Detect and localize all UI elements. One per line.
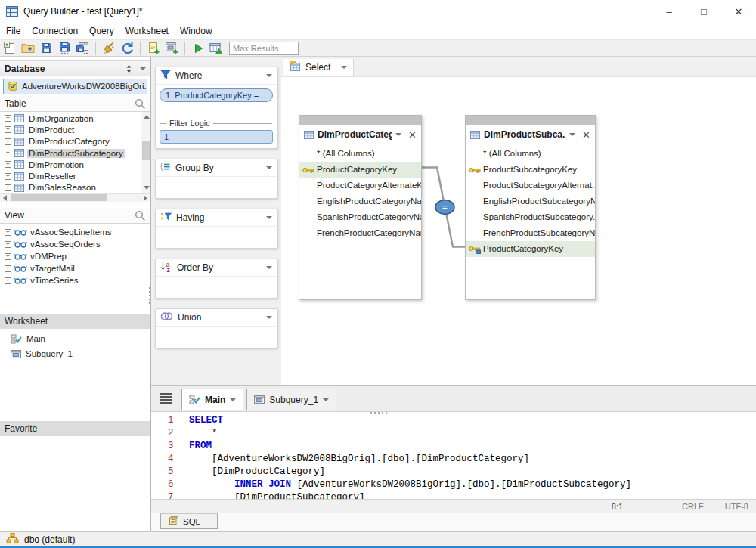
tab-main[interactable]: Main — [181, 389, 243, 410]
view-tree-item-vtargetmail[interactable]: +vTargetMail — [0, 262, 150, 274]
table-tree-item-dimsalesreason[interactable]: +DimSalesReason — [0, 182, 141, 193]
worksheet-item-main[interactable]: Main — [11, 331, 150, 346]
menu-item-file[interactable]: File — [6, 26, 20, 36]
chevron-down-icon[interactable] — [266, 74, 272, 77]
group-by-header[interactable]: Group By — [156, 159, 277, 177]
having-header[interactable]: Having — [156, 209, 277, 227]
worksheet-item-subquery_1[interactable]: Subquery_1 — [11, 346, 150, 361]
table-card-dimproductcategory[interactable]: DimProductCateg... ✕ * (All Columns)Prod… — [299, 115, 422, 300]
table-tree-item-dimpromotion[interactable]: +DimPromotion — [0, 159, 141, 170]
expand-icon[interactable]: + — [5, 126, 11, 133]
expand-icon[interactable]: + — [5, 229, 11, 236]
view-tree-item-vdmprep[interactable]: +vDMPrep — [0, 250, 150, 262]
table-tree-hscrollbar[interactable] — [0, 193, 150, 202]
column-row[interactable]: ProductSubcategoryKey — [466, 162, 595, 178]
search-icon[interactable] — [135, 210, 146, 221]
menu-item-worksheet[interactable]: Worksheet — [125, 26, 169, 36]
table-card-dimproductsubcategory[interactable]: DimProductSubca... ✕ * (All Columns)Prod… — [465, 115, 596, 300]
maximize-button[interactable]: □ — [686, 0, 721, 23]
add-subquery-icon[interactable] — [164, 41, 179, 56]
where-condition-pill[interactable]: 1. ProductCategoryKey =... — [160, 88, 273, 102]
view-tree-item-vassocseqorders[interactable]: +vAssocSeqOrders — [0, 238, 150, 250]
table-tree-vscrollbar[interactable] — [141, 112, 150, 193]
expand-icon[interactable]: + — [5, 277, 11, 284]
column-row[interactable]: FrenchProductCategoryName — [299, 225, 421, 241]
scroll-left-icon[interactable] — [3, 195, 7, 201]
chevron-down-icon[interactable] — [266, 216, 272, 219]
table-tree-item-dimproductsubcategory[interactable]: +DimProductSubcategory — [0, 147, 141, 159]
expand-icon[interactable]: + — [5, 150, 11, 156]
chevron-down-icon[interactable] — [230, 398, 236, 401]
menu-item-window[interactable]: Window — [180, 26, 212, 36]
filter-logic-input[interactable] — [160, 130, 273, 144]
union-empty-area[interactable] — [156, 327, 277, 348]
scroll-up-icon[interactable] — [144, 115, 150, 119]
expand-icon[interactable]: + — [5, 173, 11, 180]
expand-icon[interactable]: + — [5, 265, 11, 272]
table-tree-item-dimreseller[interactable]: +DimReseller — [0, 170, 141, 181]
refresh-icon[interactable] — [119, 41, 135, 56]
column-row[interactable]: FrenchProductSubcategoryN... — [466, 225, 595, 241]
expand-icon[interactable]: + — [5, 161, 11, 168]
view-section-header[interactable]: View — [0, 208, 150, 224]
scrollbar-thumb[interactable] — [142, 141, 150, 160]
column-row[interactable]: ProductCategoryKey — [299, 162, 421, 178]
chevron-down-icon[interactable] — [266, 316, 272, 319]
chevron-down-icon[interactable] — [323, 398, 329, 401]
chevron-down-icon[interactable] — [341, 66, 347, 69]
tab-subquery_1[interactable]: Subquery_1 — [246, 389, 336, 410]
tab-sql[interactable]: SQL — [160, 513, 218, 529]
minimize-button[interactable]: – — [652, 0, 686, 23]
column-row[interactable]: * (All Columns) — [299, 146, 421, 162]
sort-icon[interactable] — [125, 64, 132, 73]
save-worksheet-icon[interactable] — [75, 41, 90, 56]
expand-icon[interactable]: + — [5, 115, 11, 122]
chevron-down-icon[interactable] — [266, 166, 272, 169]
expand-icon[interactable]: + — [5, 184, 11, 191]
table-tree-item-dimorganization[interactable]: +DimOrganization — [0, 113, 141, 124]
table-card-grip[interactable] — [299, 116, 421, 125]
select-section-header[interactable]: Select — [284, 59, 354, 76]
editor-splitter-grip[interactable] — [370, 412, 389, 414]
tab-list-menu-icon[interactable] — [160, 393, 172, 404]
table-tree-item-dimproduct[interactable]: +DimProduct — [0, 124, 141, 135]
scroll-right-icon[interactable] — [144, 195, 147, 201]
menu-item-connection[interactable]: Connection — [32, 26, 78, 36]
canvas-body[interactable]: = DimProductCateg... ✕ * (All Columns)Pr… — [281, 76, 756, 385]
run-icon[interactable] — [191, 41, 206, 56]
order-by-empty-area[interactable] — [156, 277, 277, 298]
favorite-section-header[interactable]: Favorite — [0, 421, 150, 436]
column-row[interactable]: EnglishProductSubcategoryN... — [466, 194, 595, 209]
view-tree-item-vtimeseries[interactable]: +vTimeSeries — [0, 274, 150, 286]
view-tree-item-vassocseqlineitems[interactable]: +vAssocSeqLineItems — [0, 226, 150, 238]
chevron-down-icon[interactable] — [395, 133, 401, 136]
table-section-header[interactable]: Table — [0, 96, 150, 112]
expand-icon[interactable]: + — [5, 138, 11, 145]
save-icon[interactable] — [39, 41, 54, 56]
expand-icon[interactable]: + — [5, 241, 11, 248]
scroll-down-icon[interactable] — [144, 186, 150, 190]
table-card-grip[interactable] — [466, 116, 595, 125]
chevron-down-icon[interactable] — [266, 266, 272, 269]
having-empty-area[interactable] — [156, 227, 277, 248]
column-row[interactable]: * (All Columns) — [466, 146, 595, 162]
column-row[interactable]: ProductCategoryKey — [466, 241, 595, 257]
max-results-input[interactable] — [229, 42, 299, 55]
group-by-empty-area[interactable] — [156, 177, 277, 198]
database-section-header[interactable]: Database — [0, 60, 150, 76]
column-row[interactable]: ProductCategoryAlternateKey — [299, 178, 421, 194]
column-row[interactable]: SpanishProductSubcategory... — [466, 209, 595, 225]
where-header[interactable]: Where — [156, 67, 277, 85]
run-to-grid-icon[interactable] — [209, 41, 224, 56]
close-button[interactable]: ✕ — [721, 0, 756, 23]
menu-item-query[interactable]: Query — [89, 26, 114, 36]
union-header[interactable]: Union — [156, 309, 277, 327]
add-query-icon[interactable] — [146, 41, 161, 56]
close-icon[interactable]: ✕ — [582, 130, 590, 140]
search-icon[interactable] — [135, 98, 146, 110]
chevron-down-icon[interactable] — [569, 133, 575, 136]
column-row[interactable]: SpanishProductCategoryName — [299, 209, 421, 225]
connect-icon[interactable] — [101, 41, 116, 56]
table-tree-item-dimproductcategory[interactable]: +DimProductCategory — [0, 136, 141, 147]
close-icon[interactable]: ✕ — [408, 130, 417, 140]
